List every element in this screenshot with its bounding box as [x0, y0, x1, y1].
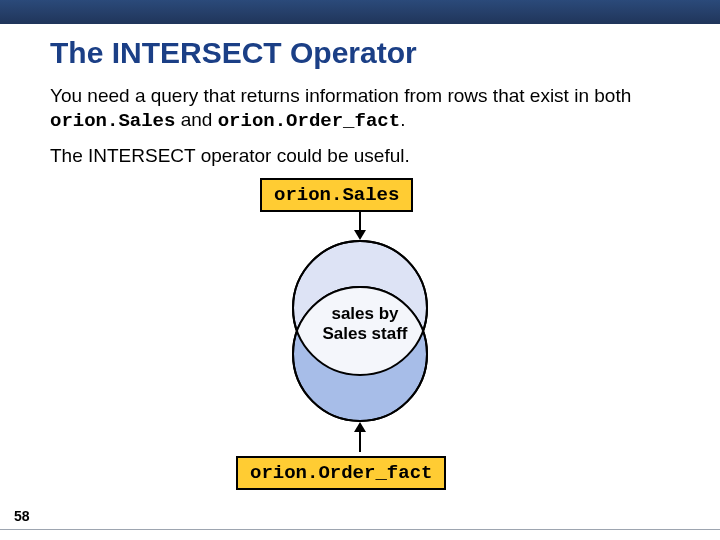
slide-top-bar	[0, 0, 720, 24]
venn-diagram: orion.Sales sales by Sales staff orion.O…	[50, 178, 670, 488]
top-table-label: orion.Sales	[260, 178, 413, 212]
arrow-down-icon	[359, 210, 361, 238]
page-title: The INTERSECT Operator	[50, 36, 670, 70]
p1-text-b: and	[175, 109, 217, 130]
p1-code-2: orion.Order_fact	[218, 110, 400, 132]
intersection-line1: sales by	[331, 304, 398, 323]
arrow-up-icon	[359, 424, 361, 452]
slide-content: The INTERSECT Operator You need a query …	[0, 24, 720, 488]
intersection-line2: Sales staff	[322, 324, 407, 343]
p1-text-a: You need a query that returns informatio…	[50, 85, 631, 106]
footer-divider	[0, 529, 720, 530]
intro-paragraph-2: The INTERSECT operator could be useful.	[50, 144, 670, 168]
page-number: 58	[14, 508, 30, 524]
bottom-table-label: orion.Order_fact	[236, 456, 446, 490]
p1-text-c: .	[400, 109, 405, 130]
intro-paragraph-1: You need a query that returns informatio…	[50, 84, 670, 134]
intersection-label: sales by Sales staff	[320, 304, 410, 345]
p1-code-1: orion.Sales	[50, 110, 175, 132]
